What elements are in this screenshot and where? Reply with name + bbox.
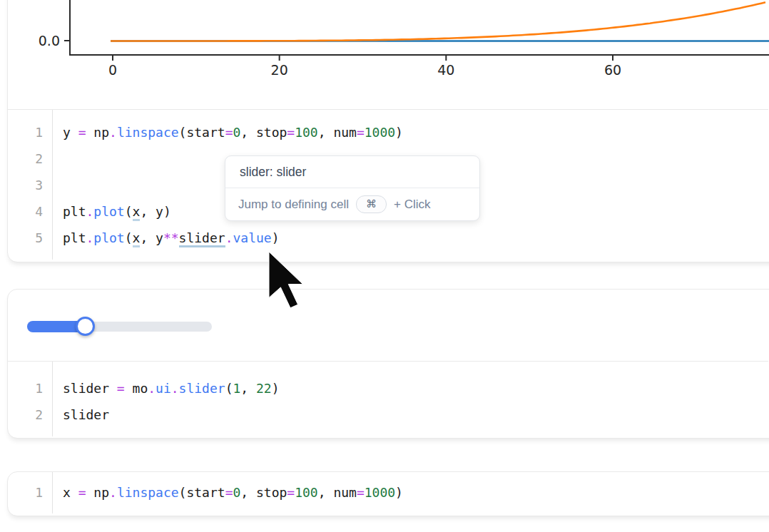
code-text: slider	[52, 401, 109, 428]
line-number: 3	[8, 172, 52, 198]
tooltip-action-label: Jump to defining cell	[238, 198, 349, 212]
line-number: 2	[8, 145, 52, 172]
plot-line-orange	[111, 2, 765, 41]
line-number: 5	[8, 225, 52, 251]
code-text	[52, 172, 63, 198]
code-editor[interactable]: 1x = np.linspace(start=0, stop=100, num=…	[8, 472, 768, 506]
code-line[interactable]: 1x = np.linspace(start=0, stop=100, num=…	[8, 479, 768, 506]
line-number: 4	[8, 198, 52, 225]
mouse-cursor	[263, 249, 312, 317]
plot-y-tick-label: 0.0	[39, 33, 60, 48]
slider-input[interactable]	[27, 317, 212, 337]
tooltip-click-suffix: + Click	[394, 198, 430, 212]
command-key-badge: ⌘	[356, 195, 387, 213]
matplotlib-output: 0.00204060	[0, 0, 769, 80]
line-number: 1	[8, 375, 52, 401]
tooltip-hint: Jump to defining cell ⌘ + Click	[225, 188, 479, 220]
code-line[interactable]: 5plt.plot(x, y**slider.value)	[8, 225, 768, 251]
code-line[interactable]: 2slider	[8, 401, 768, 428]
code-text: plt.plot(x, y**slider.value)	[52, 225, 280, 251]
code-editor[interactable]: 1slider = mo.ui.slider(1, 22)2slider	[8, 362, 768, 428]
code-text: y = np.linspace(start=0, stop=100, num=1…	[52, 119, 403, 145]
code-text: slider = mo.ui.slider(1, 22)	[52, 375, 280, 401]
code-line[interactable]: 1slider = mo.ui.slider(1, 22)	[8, 375, 768, 401]
plot-x-tick-label: 20	[271, 62, 288, 78]
code-line[interactable]: 1y = np.linspace(start=0, stop=100, num=…	[8, 119, 768, 145]
plot-x-tick-label: 0	[108, 62, 117, 78]
line-number: 2	[8, 401, 52, 428]
plot-x-tick-label: 60	[604, 62, 621, 78]
tooltip-title: slider: slider	[225, 156, 479, 188]
code-text: x = np.linspace(start=0, stop=100, num=1…	[52, 479, 403, 506]
code-text: plt.plot(x, y)	[52, 198, 171, 225]
code-text	[52, 145, 63, 172]
plot-x-tick-label: 40	[437, 62, 454, 78]
variable-tooltip: slider: slider Jump to defining cell ⌘ +…	[225, 155, 480, 221]
slider-handle[interactable]	[76, 317, 95, 336]
line-number: 1	[8, 479, 52, 506]
line-number: 1	[8, 119, 52, 145]
